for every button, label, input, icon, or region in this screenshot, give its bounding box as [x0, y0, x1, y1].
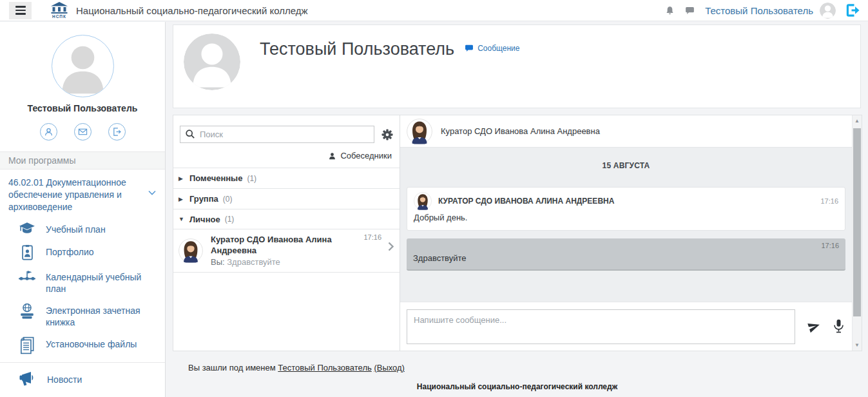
message-bubble-icon	[465, 44, 474, 53]
message-sender: КУРАТОР СДО ИВАНОВА АЛИНА АНДРЕЕВНА	[438, 197, 614, 206]
sidebar-avatar-icon	[52, 35, 114, 97]
send-button[interactable]	[807, 320, 821, 333]
messaging-panel: Собеседники ▶ Помеченные (1) ▶ Группа (0…	[173, 115, 862, 351]
college-logo-icon[interactable]: НСПК	[51, 2, 68, 19]
chevron-right-icon	[388, 242, 394, 251]
microphone-icon	[833, 319, 844, 334]
sidebar-user-name: Тестовый Пользователь	[0, 103, 165, 113]
site-title: Национальный социально-педагогический ко…	[76, 5, 308, 16]
conversation-name: Куратор СДО Иванова Алина Андреевна	[211, 234, 378, 256]
programs-section-header: Мои программы	[0, 152, 165, 169]
scroll-down-icon[interactable]: ▼	[853, 342, 862, 348]
group-count: (1)	[247, 174, 256, 183]
sidebar-item-portfolio[interactable]: Портфолио	[18, 244, 160, 261]
chat-contact-avatar	[407, 119, 432, 144]
sidebar-item-calendar-plan[interactable]: Календарный учебный план	[18, 269, 160, 295]
send-message-link[interactable]: Сообщение	[465, 44, 519, 53]
chevron-down-icon	[148, 190, 156, 195]
program-title-text: 46.02.01 Документационное обеспечение уп…	[8, 177, 126, 212]
group-starred[interactable]: ▶ Помеченные (1)	[173, 168, 400, 188]
profile-page-avatar	[184, 34, 240, 90]
footer-user-link[interactable]: Тестовый Пользователь	[278, 363, 371, 373]
incoming-message: КУРАТОР СДО ИВАНОВА АЛИНА АНДРЕЕВНА 17:1…	[407, 187, 845, 231]
sidebar-item-label: Новости	[47, 374, 82, 385]
conversation-avatar	[178, 238, 203, 263]
files-icon	[18, 336, 36, 354]
main-content: Тестовый Пользователь Сообщение	[166, 21, 868, 397]
group-label: Помеченные	[189, 173, 242, 183]
chat-column: Куратор СДО Иванова Алина Андреевна 15 А…	[400, 115, 852, 351]
footer: Вы зашли под именем Тестовый Пользовател…	[166, 363, 868, 391]
envelope-icon[interactable]	[74, 123, 92, 140]
group-label: Личное	[189, 215, 220, 224]
topbar: НСПК Национальный социально-педагогическ…	[0, 0, 868, 21]
footer-login-prefix: Вы зашли под именем	[188, 363, 276, 373]
sidebar-item-curriculum[interactable]: Учебный план	[18, 221, 160, 236]
chat-input-area	[400, 302, 852, 351]
profile-page-title: Тестовый Пользователь	[260, 39, 454, 59]
contacts-label: Собеседники	[340, 151, 392, 160]
gear-icon[interactable]	[381, 129, 393, 140]
program-title-link[interactable]: 46.02.01 Документационное обеспечение уп…	[0, 169, 165, 217]
chat-contact-name: Куратор СДО Иванова Алина Андреевна	[441, 126, 600, 136]
logout-icon[interactable]	[845, 3, 860, 17]
message-bubble-icon[interactable]	[685, 6, 695, 15]
topbar-user-link[interactable]: Тестовый Пользователь	[705, 5, 813, 16]
conversation-preview: Вы: Здравствуйте	[211, 257, 378, 267]
chat-scrollbar: ▲ ▼	[852, 115, 862, 351]
sidebar-item-gradebook[interactable]: Электронная зачетная книжка	[18, 302, 160, 328]
contacts-toggle[interactable]: Собеседники	[173, 143, 400, 168]
scroll-up-icon[interactable]: ▲	[853, 118, 862, 124]
group-count: (1)	[225, 215, 235, 224]
exit-icon[interactable]	[108, 123, 126, 140]
search-input[interactable]	[180, 126, 374, 143]
message-input[interactable]	[407, 309, 795, 344]
sidebar-item-setup-files[interactable]: Установочные файлы	[18, 336, 160, 354]
sidebar-item-label: Учебный план	[46, 221, 106, 235]
conversation-time: 17:16	[363, 233, 381, 241]
megaphone-icon	[18, 371, 37, 388]
outgoing-message: 17:16 Здравствуйте	[407, 238, 845, 271]
footer-logout-link[interactable]: (Выход)	[374, 363, 405, 373]
chat-body: 15 АВГУСТА КУРАТОР СДО ИВАНОВА АЛИНА АНД…	[400, 148, 852, 302]
portfolio-icon	[18, 244, 36, 261]
group-count: (0)	[223, 195, 233, 204]
chat-header: Куратор СДО Иванова Алина Андреевна	[400, 115, 852, 148]
footer-college-name: Национальный социально-педагогический ко…	[166, 382, 868, 391]
message-time: 17:16	[820, 197, 838, 205]
message-text: Добрый день.	[407, 211, 845, 230]
bell-icon[interactable]	[665, 6, 675, 15]
hamburger-icon[interactable]	[9, 2, 32, 19]
message-text: Здравствуйте	[413, 253, 839, 263]
profile-card: Тестовый Пользователь Сообщение	[173, 24, 861, 108]
triangle-collapsed-icon: ▶	[178, 175, 185, 182]
sidebar-item-label: Электронная зачетная книжка	[46, 302, 160, 328]
topbar-avatar-icon[interactable]	[820, 3, 836, 19]
send-message-label: Сообщение	[477, 44, 519, 53]
timeline-icon	[18, 269, 36, 282]
voice-button[interactable]	[833, 319, 844, 334]
person-icon	[328, 151, 336, 160]
sidebar-item-news[interactable]: Новости	[0, 362, 165, 396]
scrollbar-thumb[interactable]	[853, 128, 861, 316]
gradebook-icon	[18, 302, 36, 320]
sidebar: Тестовый Пользователь Мои программы 46.0…	[0, 22, 166, 397]
program-subnav: Учебный план Портфолио	[0, 217, 165, 354]
triangle-collapsed-icon: ▶	[178, 196, 185, 202]
message-avatar	[414, 192, 432, 210]
sidebar-item-label: Установочные файлы	[46, 336, 137, 350]
triangle-expanded-icon: ▼	[178, 216, 185, 222]
preview-prefix: Вы:	[211, 257, 225, 267]
conversation-item[interactable]: Куратор СДО Иванова Алина Андреевна Вы: …	[173, 229, 400, 273]
college-logo-emblem	[51, 2, 68, 14]
group-label: Группа	[189, 194, 218, 204]
group-group[interactable]: ▶ Группа (0)	[173, 188, 400, 209]
message-time: 17:16	[413, 242, 839, 249]
graduation-cap-icon	[18, 221, 36, 236]
group-private[interactable]: ▼ Личное (1)	[173, 209, 400, 229]
date-separator: 15 АВГУСТА	[407, 161, 845, 170]
sidebar-item-label: Календарный учебный план	[46, 269, 160, 295]
contacts-column: Собеседники ▶ Помеченные (1) ▶ Группа (0…	[173, 115, 400, 351]
profile-icon[interactable]	[40, 123, 57, 140]
footer-login-text: Вы зашли под именем Тестовый Пользовател…	[166, 363, 868, 373]
